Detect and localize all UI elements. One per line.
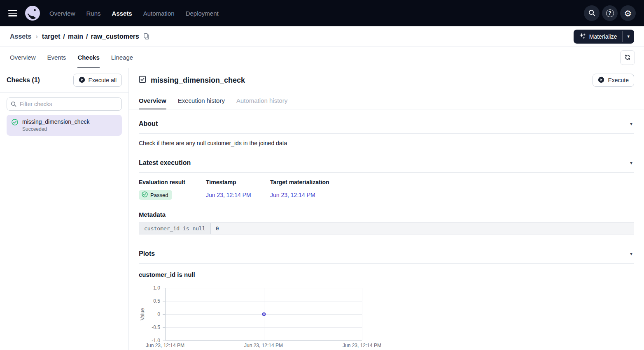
y-axis-tick-label: -0.5 [152, 325, 160, 330]
metadata-value: 0 [210, 223, 634, 234]
hamburger-menu-icon[interactable] [8, 10, 19, 16]
latest-execution-section-header: Latest execution [139, 156, 634, 173]
about-section-header: About [139, 117, 634, 134]
collapse-caret-icon[interactable] [628, 121, 634, 127]
tab-check-overview[interactable]: Overview [139, 92, 166, 109]
passed-status-badge: Passed [139, 190, 172, 200]
chevron-right-icon [35, 33, 37, 40]
filter-checks-box [7, 97, 122, 111]
nav-item-deployment[interactable]: Deployment [186, 10, 219, 17]
y-axis-tick-label: 1.0 [153, 285, 160, 291]
asset-tabs-row: Overview Events Checks Lineage [0, 47, 644, 68]
refresh-button[interactable] [620, 50, 635, 65]
tab-checks[interactable]: Checks [77, 47, 99, 68]
main-nav: Overview Runs Assets Automation Deployme… [49, 10, 219, 17]
materialize-split-button: Materialize [574, 30, 634, 44]
tab-automation-history[interactable]: Automation history [236, 92, 287, 109]
check-success-icon [12, 118, 18, 132]
nav-item-runs[interactable]: Runs [86, 10, 101, 17]
plot-title: customer_id is null [139, 271, 634, 278]
nav-icon-group [584, 5, 636, 21]
tab-lineage[interactable]: Lineage [111, 47, 133, 68]
execute-button[interactable]: Execute [593, 74, 634, 87]
breadcrumb-assets-link[interactable]: Assets [10, 33, 31, 40]
content-area: Checks (1) Execute all [0, 68, 644, 350]
evaluation-result-label: Evaluation result [139, 179, 206, 185]
y-axis-title: Value [139, 288, 146, 341]
value-plot-chart: Value 1.00.50-0.5-1.0 Jun 23, 12:14 PMJu… [139, 288, 634, 350]
copy-icon[interactable] [143, 33, 150, 40]
sparkle-icon [579, 32, 586, 41]
vertical-gridline [362, 288, 362, 340]
check-item-status: Succeeded [22, 126, 89, 132]
plots-heading: Plots [139, 250, 155, 257]
check-circle-icon [142, 191, 148, 199]
help-icon [606, 9, 614, 17]
materialize-button[interactable]: Materialize [574, 30, 623, 44]
asset-tabs: Overview Events Checks Lineage [10, 47, 133, 68]
about-heading: About [139, 120, 158, 127]
breadcrumb-separator: / [63, 33, 65, 40]
settings-button[interactable] [620, 5, 636, 21]
gear-icon [624, 9, 632, 18]
collapse-caret-icon[interactable] [628, 251, 634, 257]
checks-panel-title: Checks (1) [7, 76, 40, 84]
search-button[interactable] [584, 5, 600, 21]
nav-item-overview[interactable]: Overview [49, 10, 75, 17]
x-axis-label: Jun 23, 12:14 PM [343, 343, 381, 348]
top-nav: Overview Runs Assets Automation Deployme… [0, 0, 644, 26]
check-detail-header: missing_dimension_check Execute [129, 68, 644, 92]
tab-execution-history[interactable]: Execution history [178, 92, 225, 109]
passed-badge-label: Passed [150, 192, 168, 198]
latest-execution-labels: Evaluation result Timestamp Target mater… [139, 179, 634, 185]
timestamp-link[interactable]: Jun 23, 12:14 PM [206, 192, 251, 198]
collapse-caret-icon[interactable] [628, 160, 634, 166]
checks-sidebar: Checks (1) Execute all [0, 68, 129, 350]
plot-area [165, 288, 362, 341]
metadata-row: customer_id is null 0 [139, 223, 634, 234]
breadcrumb-segment-main[interactable]: main [68, 33, 83, 40]
target-materialization-link[interactable]: Jun 23, 12:14 PM [270, 192, 315, 198]
check-item-name: missing_dimension_check [22, 118, 89, 125]
tab-events[interactable]: Events [47, 47, 66, 68]
search-icon [11, 101, 16, 109]
target-materialization-label: Target materialization [270, 179, 634, 185]
nav-item-assets[interactable]: Assets [112, 10, 132, 17]
dagster-logo[interactable] [25, 5, 40, 21]
breadcrumb-row: Assets target / main / raw_customers Mat… [0, 26, 644, 47]
y-axis-tick-label: 0 [157, 311, 160, 317]
execute-all-label: Execute all [89, 77, 117, 83]
tab-overview[interactable]: Overview [10, 47, 36, 68]
metadata-heading: Metadata [139, 211, 634, 218]
latest-execution-heading: Latest execution [139, 159, 191, 167]
breadcrumb-segment-target[interactable]: target [42, 33, 60, 40]
y-axis-tick-mark [163, 341, 165, 341]
y-axis-tick-label: 0.5 [153, 298, 160, 304]
about-description: Check if there are any null customer_ids… [139, 134, 634, 156]
check-detail-pane: missing_dimension_check Execute Overview… [129, 68, 644, 350]
check-detail-tabs: Overview Execution history Automation hi… [129, 92, 644, 109]
play-circle-icon [598, 76, 604, 84]
latest-execution-values: Passed Jun 23, 12:14 PM Jun 23, 12:14 PM [139, 190, 634, 200]
breadcrumb-separator: / [86, 33, 88, 40]
check-detail-body: About Check if there are any null custom… [129, 109, 644, 350]
play-circle-icon [79, 76, 85, 84]
x-axis: Jun 23, 12:14 PMJun 23, 12:14 PMJun 23, … [165, 343, 362, 350]
execute-label: Execute [608, 77, 629, 83]
materialize-label: Materialize [589, 33, 617, 40]
nav-item-automation[interactable]: Automation [143, 10, 175, 17]
x-axis-label: Jun 23, 12:14 PM [146, 343, 184, 348]
data-point[interactable] [262, 313, 266, 316]
filter-checks-input[interactable] [7, 97, 122, 111]
check-detail-title: missing_dimension_check [151, 76, 245, 85]
y-axis: 1.00.50-0.5-1.0 [146, 288, 165, 341]
breadcrumb-segment-asset: raw_customers [91, 33, 139, 40]
plots-section-header: Plots [139, 247, 634, 264]
execute-all-button[interactable]: Execute all [73, 74, 122, 87]
asset-check-icon [139, 76, 146, 85]
materialize-dropdown-caret-icon[interactable] [623, 30, 634, 44]
search-icon [588, 9, 595, 18]
check-list-item[interactable]: missing_dimension_check Succeeded [7, 115, 122, 136]
timestamp-label: Timestamp [206, 179, 270, 185]
help-button[interactable] [602, 5, 618, 21]
